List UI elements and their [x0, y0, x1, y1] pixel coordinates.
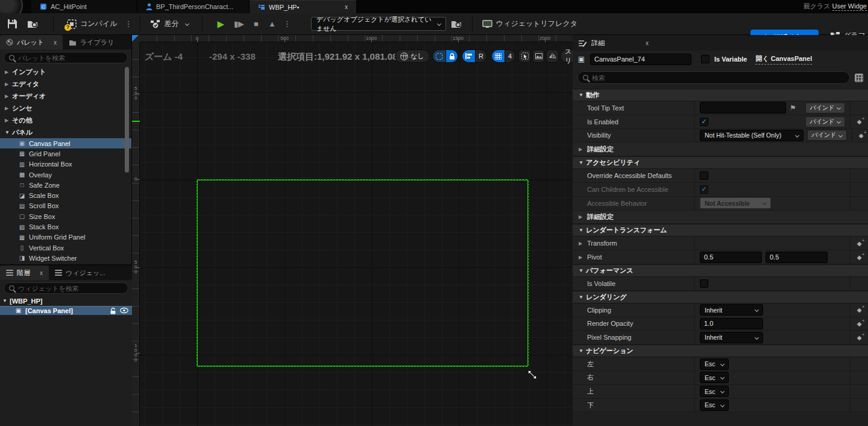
alignment-mode-button[interactable] — [462, 49, 475, 63]
close-icon[interactable]: x — [646, 40, 649, 46]
hierarchy-search-input[interactable] — [18, 285, 123, 292]
section-behavior[interactable]: ▼動作 — [573, 89, 868, 101]
override-accessible-checkbox[interactable] — [700, 171, 708, 180]
row-advanced-1[interactable]: ▶詳細設定 — [573, 142, 868, 156]
tab-palette[interactable]: パレット x — [0, 35, 63, 49]
display-filter-icon[interactable] — [855, 74, 863, 82]
localization-preview-button[interactable]: なし — [395, 49, 430, 63]
palette-scrollbar[interactable] — [125, 67, 129, 173]
screen-size-button[interactable]: スクリ — [560, 49, 573, 63]
debug-object-dropdown[interactable]: デバッグオブジェクトが選択されていません — [311, 17, 446, 31]
reset-to-default-icon[interactable]: ◆+ — [857, 307, 862, 313]
accessible-behavior-dropdown[interactable]: Not Accessible — [700, 197, 771, 209]
tab-bp-thirdperson[interactable]: BP_ThirdPersonCharact... — [137, 0, 250, 13]
play-options-icon[interactable]: ⋮ — [281, 19, 294, 28]
tab-widget-panel[interactable]: ウィジェッ... — [49, 265, 111, 280]
palette-category-panel[interactable]: ▼パネル — [0, 126, 131, 138]
unlock-icon[interactable] — [110, 307, 116, 314]
hierarchy-root-wbp-hp[interactable]: ▼[WBP_HP] — [0, 296, 132, 306]
tab-wbp-hp[interactable]: WBP_HP• x — [250, 0, 357, 13]
tooltip-bind-button[interactable]: バインド — [805, 103, 845, 113]
tab-hierarchy[interactable]: 階層 x — [0, 265, 49, 280]
frame-skip-button[interactable]: ▮▶ — [229, 15, 249, 33]
open-canvaspanel-link[interactable]: 開く CanvasPanel — [755, 54, 812, 65]
compile-options-icon[interactable]: ⋮ — [122, 19, 135, 28]
reset-to-default-icon[interactable]: ◆+ — [857, 334, 862, 341]
flag-icon[interactable]: ⚑ — [790, 104, 796, 112]
visibility-bind-button[interactable]: バインド — [807, 130, 847, 141]
palette-search[interactable] — [4, 52, 128, 63]
pivot-x-input[interactable] — [700, 252, 762, 263]
palette-category-editor[interactable]: ▶エディタ — [0, 78, 131, 90]
tooltip-text-input[interactable] — [700, 102, 786, 113]
reset-to-default-icon[interactable]: ◆+ — [857, 118, 862, 125]
palette-item-size-box[interactable]: ▢Size Box — [0, 211, 131, 221]
eject-button[interactable]: ▲ — [263, 15, 281, 33]
render-opacity-input[interactable] — [700, 318, 763, 329]
palette-item-uniform-grid[interactable]: ▦Uniform Grid Panel — [0, 232, 131, 243]
palette-item-widget-switcher[interactable]: ◨Widget Switcher — [0, 253, 131, 263]
section-accessibility[interactable]: ▼アクセシビリティ — [573, 156, 868, 169]
grid-size-value[interactable]: 4 — [505, 49, 515, 63]
widget-reflector-button[interactable]: ウィジェットリフレクタ — [477, 15, 582, 33]
details-search[interactable] — [577, 71, 850, 84]
palette-item-grid-panel[interactable]: ▦Grid Panel — [0, 148, 131, 159]
palette-item-stack-box[interactable]: ▧Stack Box — [0, 221, 131, 232]
palette-search-input[interactable] — [18, 54, 122, 62]
palette-item-scroll-box[interactable]: ▤Scroll Box — [0, 201, 131, 211]
rotation-toggle[interactable]: R — [475, 49, 487, 63]
parent-class-link[interactable]: User Widge — [832, 2, 867, 11]
nav-up-dropdown[interactable]: Esc — [700, 386, 729, 397]
lock-widgets-toggle[interactable] — [445, 49, 458, 63]
stop-button[interactable]: ■ — [249, 15, 263, 33]
palette-category-input[interactable]: ▶インプット — [0, 66, 131, 78]
compile-button[interactable]: ? コンパイル — [62, 15, 122, 33]
section-rendering[interactable]: ▼レンダリング — [573, 291, 868, 304]
nav-right-dropdown[interactable]: Esc — [700, 372, 729, 383]
is-variable-checkbox[interactable] — [701, 55, 709, 63]
canvas-panel-selection-outline[interactable] — [197, 179, 529, 367]
palette-category-synth[interactable]: ▶シンセ — [0, 102, 131, 114]
clipping-dropdown[interactable]: Inherit — [700, 304, 763, 316]
save-button[interactable] — [2, 15, 22, 33]
palette-item-safe-zone[interactable]: □Safe Zone — [0, 180, 131, 190]
is-volatile-checkbox[interactable] — [700, 279, 708, 288]
palette-item-overlay[interactable]: ▩Overlay — [0, 170, 131, 180]
preview-background-button[interactable] — [532, 49, 545, 63]
tab-library[interactable]: ライブラリ — [63, 35, 120, 49]
reset-to-default-icon[interactable]: ◆+ — [857, 320, 862, 327]
section-render-transform[interactable]: ▼レンダートランスフォーム — [573, 224, 868, 237]
designer-canvas[interactable]: 0 500 1000 1500 2000 500 0 500 1000 ズーム … — [132, 35, 573, 426]
palette-item-horizontal-box[interactable]: ▥Horizontal Box — [0, 159, 131, 170]
reset-to-default-icon[interactable]: ◆+ — [859, 132, 864, 139]
close-icon[interactable]: x — [54, 39, 57, 46]
tab-ac-hitpoint[interactable]: C AC_HitPoint — [31, 0, 137, 13]
nav-left-dropdown[interactable]: Esc — [700, 358, 729, 370]
select-mode-button[interactable] — [518, 49, 531, 63]
palette-item-scale-box[interactable]: ◪Scale Box — [0, 190, 131, 200]
close-icon[interactable]: x — [40, 270, 43, 276]
palette-category-audio[interactable]: ▶オーディオ — [0, 90, 131, 102]
palette-item-vertical-box[interactable]: ▯Vertical Box — [0, 243, 131, 253]
flip-preview-button[interactable] — [546, 49, 559, 63]
snap-grid-toggle[interactable] — [491, 49, 505, 63]
play-button[interactable]: ▶ — [212, 15, 229, 33]
section-navigation[interactable]: ▼ナビゲーション — [573, 345, 868, 357]
row-advanced-2[interactable]: ▶詳細設定 — [573, 211, 868, 224]
hierarchy-item-canvas-panel[interactable]: ▣ [Canvas Panel] — [0, 306, 132, 316]
is-enabled-checkbox[interactable]: ✓ — [700, 118, 708, 126]
widget-name-input[interactable] — [590, 54, 691, 65]
details-search-input[interactable] — [592, 74, 844, 81]
browse-asset-button[interactable] — [22, 15, 43, 33]
debug-browse-button[interactable] — [446, 15, 467, 33]
is-enabled-bind-button[interactable]: バインド — [805, 116, 845, 127]
reset-to-default-icon[interactable]: ◆+ — [857, 240, 862, 247]
pivot-y-input[interactable] — [766, 252, 828, 263]
diff-button[interactable]: 差分 — [145, 15, 193, 33]
reset-to-default-icon[interactable]: ◆+ — [857, 254, 862, 261]
close-tab-icon[interactable]: x — [345, 4, 348, 10]
selection-outline-toggle[interactable] — [432, 49, 445, 63]
can-children-checkbox[interactable]: ✓ — [700, 185, 708, 194]
hierarchy-search[interactable] — [4, 282, 128, 294]
section-performance[interactable]: ▼パフォーマンス — [573, 264, 868, 277]
